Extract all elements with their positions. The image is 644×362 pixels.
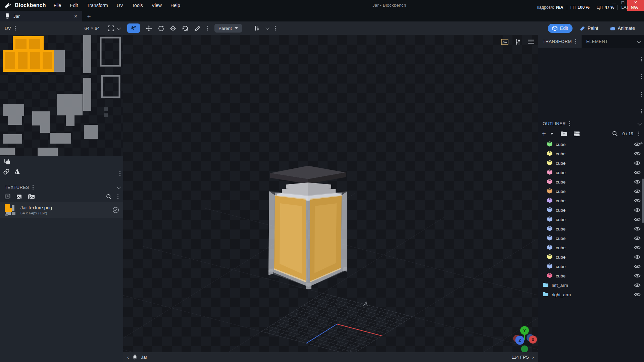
- textures-collapse-chevron-icon[interactable]: [117, 185, 121, 189]
- visibility-toggle[interactable]: [634, 198, 641, 203]
- visibility-toggle[interactable]: [634, 264, 641, 269]
- open-texture-folder-button[interactable]: [28, 193, 35, 200]
- link-uv-button[interactable]: [3, 168, 10, 176]
- parent-dropdown[interactable]: Parent: [214, 24, 242, 33]
- outliner-toolbar-kebab-icon[interactable]: [638, 131, 640, 137]
- add-group-button[interactable]: [560, 131, 567, 137]
- toggle-hierarchy-view-button[interactable]: [574, 131, 580, 137]
- visibility-toggle[interactable]: [634, 236, 641, 241]
- outliner-kebab-icon[interactable]: [568, 120, 571, 126]
- visibility-toggle[interactable]: [634, 217, 641, 222]
- minimize-button[interactable]: —: [610, 1, 618, 5]
- mode-paint-button[interactable]: Paint: [575, 24, 603, 33]
- move-tool-button[interactable]: [146, 25, 152, 32]
- slider-kebab-icon-2[interactable]: [640, 73, 643, 80]
- outliner-row-cube[interactable]: cube: [538, 149, 644, 158]
- jar-model[interactable]: [123, 35, 538, 352]
- visibility-toggle[interactable]: [634, 283, 641, 288]
- uv-editor-canvas[interactable]: [0, 35, 123, 156]
- create-texture-button[interactable]: [4, 193, 11, 200]
- tab-close-icon[interactable]: ✕: [72, 14, 79, 19]
- outliner-row-cube[interactable]: cube: [538, 196, 644, 205]
- mirror-uv-button[interactable]: [14, 168, 20, 176]
- visibility-toggle[interactable]: [634, 179, 641, 184]
- breadcrumb-back-chevron-icon[interactable]: ‹: [127, 354, 129, 360]
- menu-edit[interactable]: Edit: [65, 0, 82, 11]
- visibility-toggle[interactable]: [634, 142, 641, 147]
- texture-list-item[interactable]: Jar-texture.png 64 x 64px (16x): [0, 202, 123, 218]
- textures-section-header[interactable]: TEXTURES: [0, 183, 123, 192]
- tab-element[interactable]: ELEMENT: [582, 35, 613, 48]
- paint-brush-tool-button[interactable]: [194, 25, 201, 32]
- slider-kebab-icon-4[interactable]: [640, 108, 643, 114]
- menu-tools[interactable]: Tools: [128, 0, 147, 11]
- outliner-row-cube[interactable]: cube: [538, 177, 644, 187]
- visibility-toggle[interactable]: [634, 255, 641, 259]
- slider-kebab-icon-1[interactable]: [640, 56, 643, 62]
- add-element-button[interactable]: +: [542, 131, 546, 137]
- vertex-snap-tool-button[interactable]: [127, 23, 140, 33]
- uv-fullscreen-button[interactable]: [108, 25, 114, 31]
- outliner-row-cube[interactable]: cube: [538, 224, 644, 234]
- visibility-toggle[interactable]: [634, 273, 641, 278]
- copy-uv-button[interactable]: [4, 158, 10, 166]
- new-tab-button[interactable]: +: [82, 11, 96, 21]
- visibility-toggle[interactable]: [634, 292, 641, 297]
- uv-strip-kebab-icon[interactable]: [119, 170, 121, 176]
- statusbar-forward-chevron-icon[interactable]: ›: [532, 354, 534, 360]
- uv-menu-kebab-icon[interactable]: [14, 25, 16, 31]
- outliner-scrollbar[interactable]: [642, 178, 644, 223]
- search-textures-button[interactable]: [106, 194, 112, 200]
- maximize-button[interactable]: ☐: [619, 1, 627, 5]
- visibility-toggle[interactable]: [634, 151, 641, 156]
- visibility-toggle[interactable]: [634, 226, 641, 231]
- outliner-row-cube[interactable]: cube: [538, 234, 644, 243]
- visibility-toggle[interactable]: [634, 170, 641, 175]
- uv-frame-chevron-icon[interactable]: [117, 25, 121, 30]
- menu-help[interactable]: Help: [166, 0, 185, 11]
- transform-options-button[interactable]: [254, 25, 260, 31]
- viewport-menu-button[interactable]: [527, 38, 535, 46]
- texture-selected-check-icon[interactable]: [112, 207, 119, 213]
- menu-transform[interactable]: Transform: [82, 0, 112, 11]
- viewport-3d[interactable]: Y Z X: [123, 35, 538, 352]
- visibility-toggle[interactable]: [634, 245, 641, 250]
- search-outliner-button[interactable]: [612, 131, 618, 137]
- outliner-row-cube[interactable]: cube: [538, 168, 644, 177]
- visibility-toggle[interactable]: [634, 208, 641, 212]
- viewport-settings-button[interactable]: [513, 38, 522, 46]
- transform-options-chevron-icon[interactable]: [265, 25, 269, 30]
- outliner-row-cube[interactable]: cube: [538, 215, 644, 224]
- breadcrumb-root[interactable]: Jar: [141, 355, 147, 360]
- mode-animate-button[interactable]: Animate: [605, 24, 639, 33]
- tab-jar[interactable]: Jar ✕: [0, 11, 82, 21]
- outliner-row-cube[interactable]: cube: [538, 187, 644, 196]
- outliner-row-cube[interactable]: cube: [538, 205, 644, 215]
- tab-transform[interactable]: TRANSFORM: [538, 35, 582, 48]
- sidebar-tabs-chevron-icon[interactable]: [637, 39, 641, 43]
- background-image-button[interactable]: [500, 38, 509, 46]
- outliner-row-cube[interactable]: cube: [538, 262, 644, 271]
- scroll-up-arrow-icon[interactable]: [640, 142, 643, 144]
- import-texture-button[interactable]: [16, 193, 23, 200]
- slider-kebab-icon-3[interactable]: [640, 91, 643, 97]
- add-element-caret-icon[interactable]: [550, 133, 553, 135]
- menu-view[interactable]: View: [147, 0, 166, 11]
- outliner-row-cube[interactable]: cube: [538, 158, 644, 168]
- visibility-toggle[interactable]: [634, 189, 641, 194]
- textures-kebab-icon[interactable]: [32, 184, 34, 190]
- pivot-tool-button[interactable]: [170, 25, 176, 32]
- outliner-row-left_arm[interactable]: left_arm: [538, 280, 644, 290]
- outliner-collapse-chevron-icon[interactable]: [638, 121, 642, 125]
- transform-kebab-icon[interactable]: [575, 38, 577, 44]
- visibility-toggle[interactable]: [634, 161, 641, 165]
- toolbar-end-kebab-icon[interactable]: [274, 25, 277, 31]
- rotate-view-tool-button[interactable]: [182, 25, 189, 31]
- outliner-row-right_arm[interactable]: right_arm: [538, 290, 644, 299]
- menu-uv[interactable]: UV: [112, 0, 128, 11]
- outliner-row-cube[interactable]: cube: [538, 243, 644, 252]
- outliner-row-cube[interactable]: cube: [538, 140, 644, 149]
- outliner-section-header[interactable]: OUTLINER: [538, 119, 644, 128]
- mode-edit-button[interactable]: Edit: [548, 24, 573, 33]
- rotate-tool-button[interactable]: [158, 25, 164, 32]
